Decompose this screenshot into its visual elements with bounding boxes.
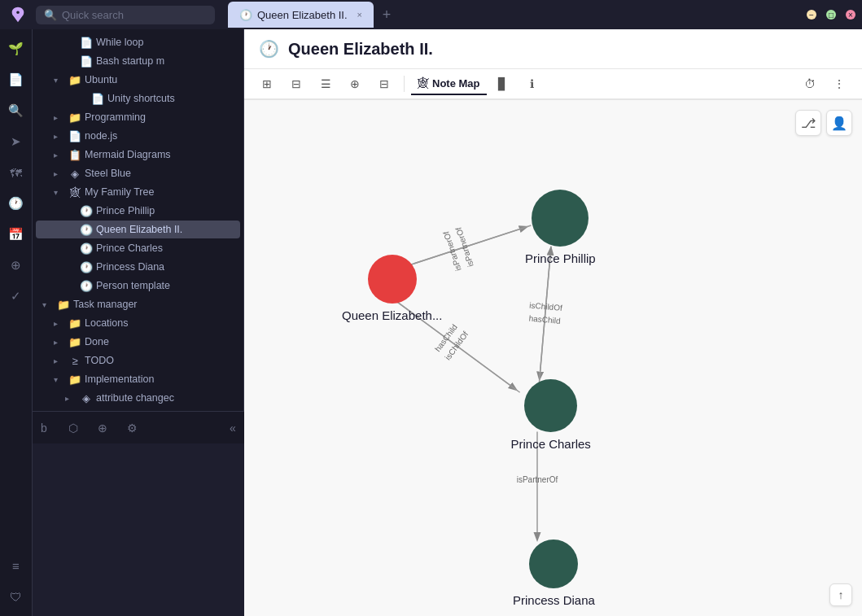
icon-bar-check[interactable]: ✓ [3,283,29,309]
sidebar-item-programming[interactable]: ▸ 📁 Programming [36,108,240,126]
search-icon: 🔍 [44,9,57,21]
svg-text:hasChild: hasChild [433,322,459,353]
item-icon: ◈ [68,167,81,180]
sidebar-item-queen-elizabeth[interactable]: 🕐 Queen Elizabeth II. [36,221,240,238]
graph-node-queen[interactable]: Queen Elizabeth... [342,255,442,322]
close-btn[interactable]: × [846,10,855,20]
item-icon: 📄 [68,129,81,142]
sidebar-item-locations[interactable]: ▸ 📁 Locations [36,314,240,332]
sidebar-item-person-template[interactable]: 🕐 Person template [36,277,240,295]
node-circle-phillip [532,190,589,247]
note-toolbar: ⊞ ⊟ ☰ ⊕ ⊟ 🕸 Note Map ▊ ℹ ⏱ ⋮ [244,69,862,100]
toolbar-table-btn[interactable]: ⊟ [371,72,397,95]
note-icon: 🕐 [257,37,280,60]
icon-bar-calendar[interactable]: 📅 [3,221,29,247]
toolbar-chart-btn[interactable]: ▊ [490,72,516,95]
icon-bar-send[interactable]: ➤ [3,129,29,155]
icon-bar: 🌱 📄 🔍 ➤ 🗺 🕐 📅 ⊕ ✓ ≡ 🛡 [0,29,33,616]
toolbar-list-btn[interactable]: ☰ [313,72,339,95]
node-label-charles: Prince Charles [511,437,591,451]
chevron-icon: ▾ [42,300,54,309]
svg-text:isChildOf: isChildOf [529,301,563,312]
content-area: 🕐 Queen Elizabeth II. ⊞ ⊟ ☰ ⊕ ⊟ 🕸 Note M… [244,29,862,616]
node-label-queen: Queen Elizabeth... [342,308,442,322]
map-ctrl-scroll-top-btn[interactable]: ↑ [829,583,852,606]
item-icon: 🕐 [80,204,93,217]
sidebar-item-while-loop[interactable]: 📄 While loop [36,33,240,51]
toolbar-info-btn[interactable]: ℹ [519,72,545,95]
sidebar-item-label: Locations [85,317,234,329]
sidebar-item-task-manager[interactable]: ▾ 📁 Task manager [36,295,240,313]
sidebar-item-nodejs[interactable]: ▸ 📄 node.js [36,127,240,145]
maximize-btn[interactable]: □ [826,10,836,20]
item-icon: 📋 [68,148,81,161]
node-circle-queen [368,255,417,304]
toolbar-notemap-btn[interactable]: 🕸 Note Map [411,72,487,95]
sidebar-item-implementation[interactable]: ▾ 📁 Implementation [36,370,240,388]
sidebar-item-unity-shortcuts[interactable]: 📄 Unity shortcuts [36,90,240,107]
item-icon: ≥ [68,354,81,367]
sidebar-item-todo[interactable]: ▸ ≥ TODO [36,352,240,369]
toolbar-grid-btn[interactable]: ⊞ [254,72,280,95]
icon-bar-file[interactable]: 📄 [3,67,29,93]
icon-bar-bottom: ≡ 🛡 [3,553,29,609]
item-icon: 🕐 [80,223,93,236]
toolbar-more-btn[interactable]: ⋮ [826,72,852,95]
sidebar-item-label: node.js [85,130,234,142]
sidebar-item-label: Queen Elizabeth II. [96,224,234,235]
sidebar-item-steel-blue[interactable]: ▸ ◈ Steel Blue [36,164,240,182]
icon-bar-logo[interactable]: 🌱 [3,36,29,62]
sidebar-btn-b[interactable]: b [33,417,55,439]
sidebar-btn-hex[interactable]: ⬡ [62,417,85,439]
tab-bar: 🕐 Queen Elizabeth II. × + [228,2,398,28]
sidebar-item-bash-startup[interactable]: 📄 Bash startup m [36,52,240,70]
item-icon: 📁 [68,73,81,86]
search-placeholder: Quick search [62,9,124,21]
chevron-icon: ▸ [54,113,65,122]
sidebar-item-my-family-tree[interactable]: ▾ 🕸 My Family Tree [36,183,240,201]
tab-icon: 🕐 [239,9,252,21]
sidebar-item-label: Steel Blue [85,168,234,179]
minimize-btn[interactable]: − [807,10,816,20]
item-icon: 📁 [68,111,81,124]
icon-bar-map[interactable]: 🗺 [3,159,29,186]
toolbar-filter-btn[interactable]: ⊟ [283,72,309,95]
new-tab-btn[interactable]: + [375,3,398,26]
sidebar-btn-collapse[interactable]: « [221,417,244,439]
sidebar-item-done[interactable]: ▸ 📁 Done [36,333,240,351]
map-ctrl-graph-btn[interactable]: ⎇ [795,110,821,136]
active-tab[interactable]: 🕐 Queen Elizabeth II. × [228,2,374,28]
svg-text:hasChild: hasChild [528,314,561,325]
node-circle-diana [529,540,578,588]
sidebar-item-attribute-changed[interactable]: ▸ ◈ attribute changec [36,389,240,407]
toolbar-right: ⏱ ⋮ [797,72,852,95]
icon-bar-add[interactable]: ⊕ [3,252,29,278]
map-ctrl-person-btn[interactable]: 👤 [826,110,852,136]
graph-node-diana[interactable]: Princess Diana [513,540,595,607]
svg-text:isPartnerOf: isPartnerOf [454,226,475,269]
sidebar-item-mermaid[interactable]: ▸ 📋 Mermaid Diagrams [36,146,240,164]
sidebar-item-label: Person template [96,280,234,291]
icon-bar-shield[interactable]: 🛡 [3,583,29,609]
sidebar: 📄 While loop 📄 Bash startup m ▾ 📁 Ubuntu… [33,29,244,411]
chevron-icon: ▸ [54,356,65,365]
icon-bar-search[interactable]: 🔍 [3,98,29,124]
icon-bar-clock[interactable]: 🕐 [3,190,29,216]
item-icon: 📄 [80,36,93,49]
graph-node-phillip[interactable]: Prince Phillip [525,190,596,265]
sidebar-btn-gear[interactable]: ⚙ [120,417,143,439]
sidebar-btn-layers[interactable]: ⊕ [91,417,114,439]
toolbar-history-btn[interactable]: ⏱ [797,72,823,95]
sidebar-item-prince-charles[interactable]: 🕐 Prince Charles [36,239,240,257]
sidebar-item-label: Mermaid Diagrams [85,149,234,160]
sidebar-item-princess-diana[interactable]: 🕐 Princess Diana [36,258,240,276]
sidebar-item-prince-phillip[interactable]: 🕐 Prince Phillip [36,202,240,220]
toolbar-list2-btn[interactable]: ⊕ [342,72,368,95]
sidebar-item-ubuntu[interactable]: ▾ 📁 Ubuntu [36,71,240,89]
graph-node-charles[interactable]: Prince Charles [511,379,591,451]
search-bar[interactable]: 🔍 Quick search [36,6,215,24]
icon-bar-layers[interactable]: ≡ [3,553,29,579]
window-controls: − □ × [807,10,855,20]
sidebar-item-label: While loop [96,37,234,48]
tab-close-btn[interactable]: × [357,10,362,20]
